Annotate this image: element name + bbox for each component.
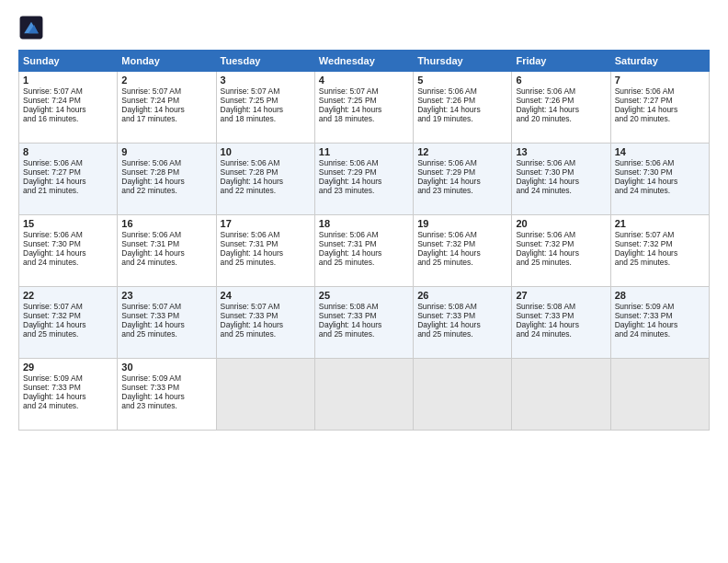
cell-line: Sunrise: 5:06 AM <box>516 158 606 167</box>
day-number: 30 <box>121 362 211 373</box>
cell-line: Sunset: 7:32 PM <box>23 311 113 320</box>
cell-line: and 18 minutes. <box>221 114 311 123</box>
cell-line: Daylight: 14 hours <box>417 248 507 258</box>
cell-line: Daylight: 14 hours <box>615 248 705 258</box>
header <box>18 15 710 40</box>
cell-line: Sunset: 7:31 PM <box>121 239 211 248</box>
cell-line: Sunrise: 5:07 AM <box>615 230 705 239</box>
cell-line: Daylight: 14 hours <box>23 248 113 258</box>
day-number: 2 <box>121 75 211 86</box>
cell-line: and 24 minutes. <box>615 329 705 339</box>
cell-line: Sunset: 7:25 PM <box>221 96 311 105</box>
weekday-header: Friday <box>512 51 610 72</box>
day-number: 21 <box>615 218 705 229</box>
cell-line: Daylight: 14 hours <box>221 320 311 329</box>
day-number: 25 <box>319 290 409 301</box>
logo <box>18 15 48 40</box>
cell-line: Sunset: 7:30 PM <box>23 239 113 248</box>
day-number: 18 <box>319 218 409 229</box>
calendar-cell: 14Sunrise: 5:06 AMSunset: 7:30 PMDayligh… <box>610 144 709 215</box>
cell-line: Daylight: 14 hours <box>615 177 705 186</box>
cell-line: Sunrise: 5:06 AM <box>417 86 507 96</box>
cell-line: Sunset: 7:30 PM <box>516 167 606 177</box>
calendar-cell: 5Sunrise: 5:06 AMSunset: 7:26 PMDaylight… <box>414 72 512 144</box>
weekday-header: Thursday <box>414 51 512 72</box>
cell-line: Sunrise: 5:06 AM <box>319 230 409 239</box>
calendar-cell: 11Sunrise: 5:06 AMSunset: 7:29 PMDayligh… <box>314 144 413 215</box>
cell-line: and 16 minutes. <box>23 114 113 123</box>
cell-line: Sunset: 7:33 PM <box>221 311 311 320</box>
day-number: 6 <box>516 75 606 86</box>
calendar-cell: 19Sunrise: 5:06 AMSunset: 7:32 PMDayligh… <box>414 215 512 287</box>
day-number: 20 <box>516 218 606 229</box>
calendar-cell: 24Sunrise: 5:07 AMSunset: 7:33 PMDayligh… <box>216 287 314 359</box>
calendar-cell: 21Sunrise: 5:07 AMSunset: 7:32 PMDayligh… <box>610 215 709 287</box>
calendar-header-row: SundayMondayTuesdayWednesdayThursdayFrid… <box>19 51 710 72</box>
cell-line: Sunrise: 5:07 AM <box>319 86 409 96</box>
cell-line: Sunrise: 5:07 AM <box>23 86 113 96</box>
calendar-cell: 10Sunrise: 5:06 AMSunset: 7:28 PMDayligh… <box>216 144 314 215</box>
day-number: 4 <box>319 75 409 86</box>
calendar-cell <box>610 359 709 431</box>
cell-line: Sunset: 7:24 PM <box>121 96 211 105</box>
day-number: 5 <box>417 75 507 86</box>
calendar-cell <box>216 359 314 431</box>
cell-line: Sunset: 7:29 PM <box>319 167 409 177</box>
day-number: 16 <box>121 218 211 229</box>
calendar-cell: 16Sunrise: 5:06 AMSunset: 7:31 PMDayligh… <box>118 215 216 287</box>
calendar-cell: 12Sunrise: 5:06 AMSunset: 7:29 PMDayligh… <box>414 144 512 215</box>
day-number: 17 <box>221 218 311 229</box>
cell-line: Daylight: 14 hours <box>615 105 705 114</box>
cell-line: Daylight: 14 hours <box>221 248 311 258</box>
cell-line: Daylight: 14 hours <box>319 177 409 186</box>
cell-line: and 23 minutes. <box>121 401 211 410</box>
day-number: 13 <box>516 146 606 157</box>
calendar-cell: 13Sunrise: 5:06 AMSunset: 7:30 PMDayligh… <box>512 144 610 215</box>
calendar-body: 1Sunrise: 5:07 AMSunset: 7:24 PMDaylight… <box>19 72 710 431</box>
cell-line: Sunset: 7:33 PM <box>615 311 705 320</box>
cell-line: and 20 minutes. <box>516 114 606 123</box>
cell-line: Sunset: 7:33 PM <box>319 311 409 320</box>
cell-line: Sunset: 7:31 PM <box>319 239 409 248</box>
cell-line: Sunset: 7:32 PM <box>615 239 705 248</box>
cell-line: and 20 minutes. <box>615 114 705 123</box>
calendar-cell: 26Sunrise: 5:08 AMSunset: 7:33 PMDayligh… <box>414 287 512 359</box>
cell-line: and 25 minutes. <box>615 258 705 267</box>
cell-line: Sunrise: 5:06 AM <box>23 230 113 239</box>
cell-line: and 25 minutes. <box>319 329 409 339</box>
cell-line: and 24 minutes. <box>516 329 606 339</box>
calendar-cell: 15Sunrise: 5:06 AMSunset: 7:30 PMDayligh… <box>19 215 118 287</box>
calendar-cell <box>414 359 512 431</box>
cell-line: Daylight: 14 hours <box>319 320 409 329</box>
calendar-week-row: 29Sunrise: 5:09 AMSunset: 7:33 PMDayligh… <box>19 359 710 431</box>
cell-line: and 25 minutes. <box>23 329 113 339</box>
cell-line: Sunrise: 5:06 AM <box>319 158 409 167</box>
cell-line: and 21 minutes. <box>23 186 113 195</box>
cell-line: Sunrise: 5:08 AM <box>417 302 507 311</box>
cell-line: and 25 minutes. <box>221 258 311 267</box>
cell-line: Sunset: 7:32 PM <box>516 239 606 248</box>
cell-line: Sunrise: 5:06 AM <box>417 158 507 167</box>
cell-line: Daylight: 14 hours <box>615 320 705 329</box>
weekday-header: Tuesday <box>216 51 314 72</box>
cell-line: Daylight: 14 hours <box>516 105 606 114</box>
cell-line: Sunset: 7:30 PM <box>615 167 705 177</box>
cell-line: and 25 minutes. <box>121 329 211 339</box>
calendar-cell: 29Sunrise: 5:09 AMSunset: 7:33 PMDayligh… <box>19 359 118 431</box>
calendar-cell <box>314 359 413 431</box>
day-number: 12 <box>417 146 507 157</box>
day-number: 19 <box>417 218 507 229</box>
cell-line: and 22 minutes. <box>221 186 311 195</box>
day-number: 23 <box>121 290 211 301</box>
day-number: 3 <box>221 75 311 86</box>
cell-line: Sunrise: 5:06 AM <box>121 158 211 167</box>
weekday-header: Sunday <box>19 51 118 72</box>
cell-line: and 24 minutes. <box>615 186 705 195</box>
day-number: 15 <box>23 218 113 229</box>
cell-line: Sunrise: 5:06 AM <box>516 230 606 239</box>
cell-line: Daylight: 14 hours <box>516 248 606 258</box>
cell-line: Sunrise: 5:06 AM <box>221 230 311 239</box>
cell-line: Sunrise: 5:07 AM <box>221 302 311 311</box>
day-number: 14 <box>615 146 705 157</box>
cell-line: and 24 minutes. <box>23 258 113 267</box>
